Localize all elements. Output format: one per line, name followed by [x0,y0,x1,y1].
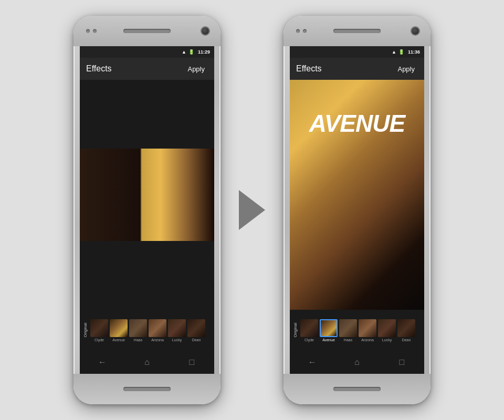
time-right: 11:36 [408,49,420,55]
apply-button-left[interactable]: Apply [184,63,208,75]
thumb-strip-right: Original Clyde Avenue Haas Arizona [290,310,424,351]
thumb-lbl-arizona-left: Arizona [151,338,164,342]
thumb-arizona-right[interactable]: Arizona [359,319,376,342]
thumb-haas-left[interactable]: Haas [129,319,147,342]
dark-bottom-left [80,241,214,310]
thumb-clyde-left[interactable]: Clyde [90,319,108,342]
speaker-left [123,29,171,33]
recents-button-right[interactable]: □ [392,353,411,372]
status-bar-right: ▲ 🔋 11:36 [290,46,424,58]
wifi-icon-right: ▲ [392,49,396,55]
phone-right: ▲ 🔋 11:36 Effects Apply AVENUE [284,16,430,404]
thumb-lbl-dean-left: Dean [192,338,201,342]
battery-icon-right: 🔋 [398,49,404,55]
thumb-haas-right[interactable]: Haas [339,319,357,342]
speaker-right [333,29,381,33]
phone-bottom-left [74,374,220,404]
screen-right: ▲ 🔋 11:36 Effects Apply AVENUE [290,46,424,374]
thumb-lucky-left[interactable]: Lucky [168,319,186,342]
thumb-dean-right[interactable]: Dean [397,319,415,342]
thumb-img-haas-left [129,319,147,337]
phone-left: ▲ 🔋 11:29 Effects Apply [74,16,220,404]
arrow-icon [239,190,265,230]
app-title-right: Effects [296,64,322,74]
avenue-overlay: AVENUE [290,80,424,167]
thumb-img-avenue-left [110,319,128,337]
home-button-right[interactable]: ⌂ [348,353,366,372]
phone-top-left [74,16,220,46]
thumb-clyde-right[interactable]: Clyde [300,319,318,342]
back-button-right[interactable]: ← [303,353,322,372]
battery-icon-left: 🔋 [188,49,194,55]
thumb-lbl-haas-left: Haas [134,338,142,342]
screen-left: ▲ 🔋 11:29 Effects Apply [80,46,214,374]
thumb-dean-left[interactable]: Dean [187,319,205,342]
phone-top-right [284,16,430,46]
thumb-lbl-clyde-left: Clyde [94,338,104,342]
back-button-left[interactable]: ← [93,353,112,372]
status-icons-left: ▲ 🔋 11:29 [182,49,210,55]
recents-button-left[interactable]: □ [182,353,201,372]
thumb-avenue-left[interactable]: Avenue [110,319,128,342]
camera-left [202,27,209,35]
dot-1 [86,29,90,33]
app-title-left: Effects [86,64,112,74]
phone-dots-left [86,29,97,33]
time-left: 11:29 [198,49,210,55]
nav-bar-right: ← ⌂ □ [290,351,424,374]
camera-right [412,27,419,35]
thumb-lbl-clyde-right: Clyde [304,338,314,342]
phone-dots-right [296,29,307,33]
avenue-text: AVENUE [309,111,405,135]
arrow-container [236,190,268,230]
thumb-img-lucky-left [168,319,186,337]
thumb-img-arizona-right [359,319,376,337]
apply-button-right[interactable]: Apply [394,63,418,75]
thumb-avenue-right[interactable]: Avenue [320,319,338,342]
thumb-lbl-avenue-right: Avenue [322,338,335,342]
thumb-img-dean-right [397,319,415,337]
thumb-img-haas-right [339,319,357,337]
phone-bottom-right [284,374,430,404]
screen-content-left [80,80,214,310]
thumb-lbl-haas-right: Haas [344,338,352,342]
nav-bar-left: ← ⌂ □ [80,351,214,374]
thumb-img-arizona-left [149,319,166,337]
thumb-lbl-dean-right: Dean [402,338,411,342]
thumb-lbl-lucky-left: Lucky [172,338,182,342]
screen-content-right: AVENUE [290,80,424,310]
app-bar-left: Effects Apply [80,58,214,80]
app-bar-right: Effects Apply [290,58,424,80]
thumb-img-lucky-right [378,319,396,337]
thumb-lbl-avenue-left: Avenue [112,338,125,342]
thumb-arizona-left[interactable]: Arizona [149,319,166,342]
thumb-lbl-arizona-right: Arizona [361,338,374,342]
thumb-lucky-right[interactable]: Lucky [378,319,396,342]
bottom-speaker-left [123,387,171,391]
thumb-strip-left: Original Clyde Avenue Haas Arizona [80,310,214,351]
original-label-left: Original [82,322,89,339]
home-button-left[interactable]: ⌂ [138,353,156,372]
wifi-icon-left: ▲ [182,49,186,55]
status-bar-left: ▲ 🔋 11:29 [80,46,214,58]
original-label-right: Original [292,322,299,339]
thumb-img-clyde-right [300,319,318,337]
thumb-img-dean-left [187,319,205,337]
bottom-speaker-right [333,387,381,391]
scene: ▲ 🔋 11:29 Effects Apply [0,0,504,420]
thumb-img-clyde-left [90,319,108,337]
dot-3 [296,29,300,33]
dot-4 [303,29,307,33]
thumb-img-avenue-right [320,319,338,337]
dot-2 [93,29,97,33]
status-icons-right: ▲ 🔋 11:36 [392,49,420,55]
thumb-lbl-lucky-right: Lucky [382,338,392,342]
